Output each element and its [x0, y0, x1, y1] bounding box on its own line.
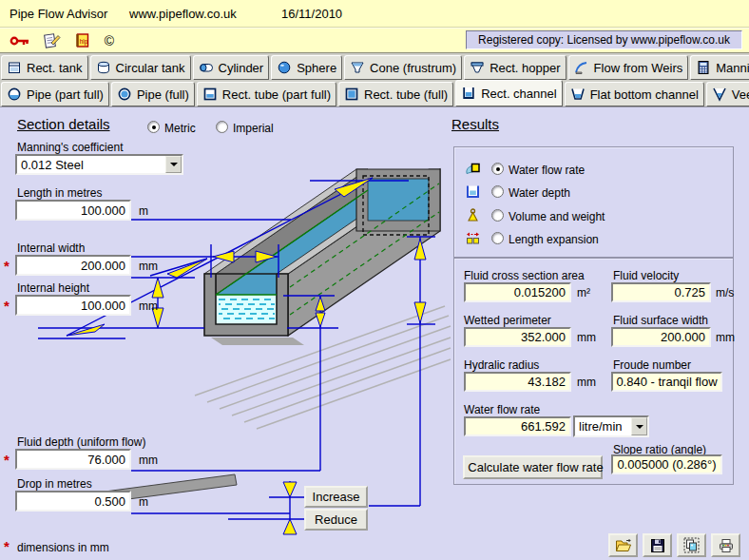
volume-and-weight-radio[interactable]	[491, 209, 504, 222]
tab-rect-tube-part-full[interactable]: Rect. tube (part full)	[197, 82, 336, 106]
tab-rect-tube-full[interactable]: Rect. tube (full)	[338, 82, 453, 106]
tab-vee-channel[interactable]: Vee channel	[706, 82, 749, 106]
svg-text:hlp: hlp	[80, 37, 88, 45]
dropdown-arrow-icon[interactable]	[165, 156, 182, 173]
pipe-full-icon	[117, 87, 132, 102]
imperial-radio[interactable]	[216, 121, 228, 133]
tab-pipe-full[interactable]: Pipe (full)	[111, 82, 195, 106]
flow-from-weirs-icon	[574, 60, 589, 75]
save-button[interactable]	[643, 533, 672, 557]
fluid-surface-width-unit: mm	[716, 331, 735, 344]
vee-channel-icon	[712, 87, 727, 102]
cylinder-icon	[199, 60, 214, 75]
results-heading: Results	[451, 116, 499, 132]
fluid-depth-label: Fluid depth (uniform flow)	[17, 435, 145, 449]
fluid-depth-input[interactable]	[15, 449, 131, 470]
flat-bottom-channel-icon	[570, 87, 586, 102]
tab-cylinder[interactable]: Cylinder	[193, 55, 270, 80]
length-expansion-option-label: Length expansion	[509, 233, 599, 246]
water-depth-icon	[465, 183, 481, 200]
length-expansion-icon	[465, 230, 481, 246]
increase-button[interactable]: Increase	[304, 486, 368, 508]
pipe-part-full-icon	[7, 87, 22, 102]
save-icon	[650, 538, 665, 553]
dimensions-footnote: dimensions in mm	[17, 541, 109, 554]
register-icon[interactable]	[40, 30, 65, 50]
tab-rect-hopper[interactable]: Rect. hopper	[464, 55, 566, 80]
tab-rect-channel[interactable]: Rect. channel	[455, 80, 563, 106]
print-icon	[718, 538, 735, 553]
cross-section-area-value: 0.015200	[464, 282, 571, 302]
required-marker: *	[4, 298, 10, 314]
tab-circular-tank[interactable]: Circular tank	[90, 55, 191, 80]
app-website: www.pipeflow.co.uk	[129, 7, 237, 21]
fluid-velocity-label: Fluid velocity	[613, 269, 679, 282]
cone-frustrum-icon	[350, 60, 365, 75]
cross-section-area-label: Fluid cross section area	[464, 269, 585, 282]
help-icon[interactable]: hlp	[70, 30, 95, 50]
flow-unit-select[interactable]: litre/min	[573, 415, 649, 437]
drop-input[interactable]	[15, 491, 131, 512]
water-flow-rate-radio[interactable]	[491, 163, 504, 175]
length-label: Length in metres	[17, 186, 102, 200]
registered-banner: Registered copy: Licensed by www.pipeflo…	[466, 30, 742, 49]
tab-flat-bottom-channel[interactable]: Flat bottom channel	[565, 82, 704, 106]
internal-width-unit: mm	[139, 260, 158, 273]
calculate-water-flow-rate-button[interactable]: Calculate water flow rate	[463, 455, 603, 479]
cross-section-area-unit: m²	[577, 286, 590, 299]
internal-height-unit: mm	[139, 299, 158, 313]
internal-height-input[interactable]	[15, 295, 131, 316]
water-flow-rate-option-label: Water flow rate	[509, 164, 585, 177]
froude-number-value: 0.840 - tranqil flow	[611, 372, 722, 392]
copy-image-button[interactable]	[677, 533, 706, 557]
open-file-icon	[615, 538, 632, 553]
froude-number-label: Froude number	[613, 358, 691, 372]
tab-manning-calculator[interactable]: Manning calculator	[690, 55, 749, 80]
dropdown-arrow-icon[interactable]	[631, 417, 647, 435]
drop-unit: m	[139, 495, 148, 509]
print-button[interactable]	[711, 533, 740, 557]
imperial-label: Imperial	[233, 122, 274, 135]
fluid-depth-unit: mm	[139, 454, 158, 467]
rect-tank-icon	[7, 60, 22, 75]
manning-coefficient-select[interactable]: 0.012 Steel	[15, 154, 183, 175]
key-icon[interactable]	[8, 30, 32, 50]
manning-coefficient-label: Manning's coefficient	[17, 141, 123, 154]
manning-calculator-icon	[696, 60, 711, 75]
rect-tube-full-icon	[344, 87, 359, 102]
title-bar: Pipe Flow Advisor www.pipeflow.co.uk 16/…	[0, 0, 749, 27]
rect-tube-part-full-icon	[202, 87, 218, 102]
copy-image-icon	[683, 537, 700, 553]
fluid-surface-width-value: 200.000	[611, 327, 711, 347]
reduce-button[interactable]: Reduce	[304, 509, 368, 531]
water-depth-radio[interactable]	[491, 185, 504, 198]
metric-radio[interactable]	[147, 121, 160, 133]
rect-hopper-icon	[470, 60, 485, 75]
length-input[interactable]	[15, 200, 131, 221]
fluid-velocity-unit: m/s	[716, 286, 734, 299]
water-depth-option-label: Water depth	[509, 186, 570, 200]
section-details-heading: Section details	[17, 116, 110, 132]
water-flow-rate-icon	[465, 161, 481, 177]
rect-channel-icon	[461, 86, 476, 101]
tab-cone-frustrum[interactable]: Cone (frustrum)	[344, 55, 462, 80]
internal-width-input[interactable]	[15, 255, 131, 276]
wetted-perimeter-unit: mm	[577, 331, 596, 344]
tab-flow-from-weirs[interactable]: Flow from Weirs	[568, 55, 689, 80]
volume-and-weight-icon	[465, 207, 481, 223]
required-marker: *	[4, 452, 10, 468]
water-flow-rate-label: Water flow rate	[464, 403, 540, 416]
tab-strip-row2: Pipe (part full) Pipe (full) Rect. tube …	[0, 80, 749, 106]
pipe-flow-advisor-window: Pipe Flow Advisor www.pipeflow.co.uk 16/…	[0, 0, 749, 560]
tab-rect-tank[interactable]: Rect. tank	[1, 55, 88, 80]
internal-height-label: Internal height	[17, 281, 89, 295]
tab-sphere[interactable]: Sphere	[271, 55, 342, 80]
hydraulic-radius-value: 43.182	[464, 372, 571, 392]
volume-and-weight-option-label: Volume and weight	[509, 210, 605, 223]
length-expansion-radio[interactable]	[491, 232, 504, 244]
tab-pipe-part-full[interactable]: Pipe (part full)	[1, 82, 109, 106]
required-marker: *	[4, 258, 10, 274]
copyright-icon[interactable]: ©	[97, 30, 122, 50]
sphere-icon	[277, 60, 292, 75]
open-file-button[interactable]	[608, 533, 638, 557]
